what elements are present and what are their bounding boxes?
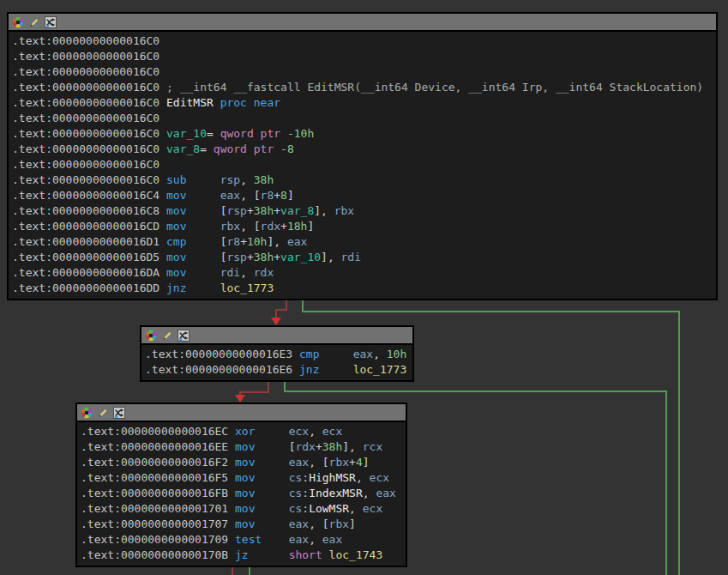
asm-token: [ <box>187 204 227 217</box>
asm-token: cs <box>289 487 303 499</box>
basic-block-16C0[interactable]: .text:00000000000016C0 .text:00000000000… <box>7 12 718 300</box>
asm-line[interactable]: .text:0000000000001709 test eax, eax <box>81 532 402 548</box>
asm-token: 38h <box>254 173 274 186</box>
block-title-bar[interactable] <box>9 14 716 32</box>
asm-token: + <box>247 204 254 217</box>
asm-line[interactable]: .text:00000000000016FB mov cs:IndexMSR, … <box>81 486 402 501</box>
asm-line[interactable]: .text:00000000000016C0 EditMSR proc near <box>12 95 713 111</box>
basic-block-16EC[interactable]: .text:00000000000016EC xor ecx, ecx.text… <box>75 402 407 567</box>
edit-icon[interactable] <box>97 407 109 419</box>
block-title-bar[interactable] <box>77 404 406 422</box>
asm-token: rbx <box>329 456 349 469</box>
edit-icon[interactable] <box>161 330 173 342</box>
asm-line[interactable]: .text:00000000000016EE mov [rdx+38h], rc… <box>81 439 402 455</box>
asm-line[interactable]: .text:00000000000016F5 mov cs:HighMSR, e… <box>81 470 402 486</box>
color-wheel-icon[interactable] <box>12 16 24 28</box>
asm-token: mov <box>235 440 255 453</box>
asm-token: + <box>274 189 280 202</box>
asm-address: .text:00000000000016E6 <box>145 363 299 376</box>
asm-token <box>274 142 280 155</box>
asm-line[interactable]: .text:00000000000016F2 mov eax, [rbx+4] <box>81 455 402 470</box>
asm-token: EditMSR <box>166 96 214 109</box>
asm-token <box>320 348 353 360</box>
asm-token: , [ <box>309 456 328 469</box>
shuffle-icon[interactable] <box>177 330 190 342</box>
asm-token: [ <box>187 251 227 263</box>
graph-view-canvas[interactable]: .text:00000000000016C0 .text:00000000000… <box>0 0 728 575</box>
asm-token: mov <box>235 502 255 515</box>
asm-token <box>256 487 289 499</box>
basic-block-16E3[interactable]: .text:00000000000016E3 cmp eax, 10h.text… <box>140 325 414 382</box>
asm-token: rdx <box>261 220 280 233</box>
asm-line[interactable]: .text:00000000000016C0 var_8= qword ptr … <box>12 142 713 157</box>
asm-token: xor <box>235 425 255 438</box>
asm-token: LowMSR <box>309 502 349 515</box>
asm-token: rdi <box>220 266 240 279</box>
asm-token: cmp <box>166 235 186 248</box>
asm-line[interactable]: .text:0000000000001707 mov eax, [rbx] <box>81 517 402 532</box>
asm-token: loc_1773 <box>353 363 407 376</box>
asm-token: 38h <box>254 204 274 217</box>
asm-token: ] <box>349 518 356 530</box>
asm-line[interactable]: .text:0000000000001701 mov cs:LowMSR, ec… <box>81 501 402 517</box>
asm-address: .text:00000000000016F5 <box>81 471 235 484</box>
asm-token: mov <box>235 487 255 499</box>
asm-line[interactable]: .text:00000000000016C0 <box>12 111 713 126</box>
asm-line[interactable]: .text:00000000000016E6 jnz loc_1773 <box>145 362 409 378</box>
asm-line[interactable]: .text:00000000000016C0 sub rsp, 38h <box>12 172 713 188</box>
asm-token: , <box>363 487 376 499</box>
asm-line[interactable]: .text:00000000000016CD mov rbx, [rdx+18h… <box>12 219 713 234</box>
asm-line[interactable]: .text:00000000000016C0 <box>12 157 713 172</box>
block-title-bar[interactable] <box>141 327 412 345</box>
edge-16C0-to-16E3-red-arrowhead <box>271 318 281 325</box>
block-body: .text:00000000000016EC xor ecx, ecx.text… <box>77 422 406 566</box>
asm-line[interactable]: .text:00000000000016C0 ; __int64 __fastc… <box>12 80 713 95</box>
asm-line[interactable]: .text:00000000000016C0 <box>12 33 713 49</box>
asm-token: ecx <box>363 502 382 515</box>
asm-token: + <box>274 251 280 263</box>
asm-line[interactable]: .text:00000000000016C4 mov eax, [r8+8] <box>12 188 713 203</box>
block-body: .text:00000000000016C0 .text:00000000000… <box>9 32 716 299</box>
shuffle-icon[interactable] <box>45 16 57 28</box>
asm-line[interactable]: .text:00000000000016C8 mov [rsp+38h+var_… <box>12 203 713 219</box>
asm-address: .text:00000000000016C0 <box>12 65 166 78</box>
asm-token: , <box>309 425 322 438</box>
asm-token: var_8 <box>280 204 314 217</box>
asm-address: .text:00000000000016C4 <box>12 189 166 202</box>
asm-token <box>256 456 289 469</box>
asm-line[interactable]: .text:00000000000016D5 mov [rsp+38h+var_… <box>12 250 713 265</box>
color-wheel-icon[interactable] <box>145 330 157 342</box>
asm-line[interactable]: .text:00000000000016C0 <box>12 49 713 64</box>
asm-address: .text:00000000000016DD <box>12 281 166 294</box>
asm-token: loc_1743 <box>329 548 383 561</box>
edit-icon[interactable] <box>28 16 40 28</box>
asm-address: .text:00000000000016C0 <box>12 158 166 171</box>
asm-token: eax <box>287 235 307 248</box>
asm-line[interactable]: .text:000000000000170B jz short loc_1743 <box>81 548 402 563</box>
asm-token: mov <box>166 220 186 233</box>
asm-token: cmp <box>299 348 319 360</box>
asm-token: rsp <box>220 173 240 186</box>
color-wheel-icon[interactable] <box>81 407 93 419</box>
asm-token: , [ <box>240 189 260 202</box>
asm-line[interactable]: .text:00000000000016DA mov rdi, rdx <box>12 265 713 281</box>
asm-line[interactable]: .text:00000000000016EC xor ecx, ecx <box>81 424 402 439</box>
asm-token <box>256 425 289 438</box>
asm-line[interactable]: .text:00000000000016D1 cmp [r8+10h], eax <box>12 234 713 250</box>
asm-line[interactable]: .text:00000000000016DD jnz loc_1773 <box>12 281 713 296</box>
shuffle-icon[interactable] <box>113 407 125 419</box>
asm-line[interactable]: .text:00000000000016E3 cmp eax, 10h <box>145 347 409 362</box>
asm-token: test <box>235 533 262 546</box>
asm-address: .text:000000000000170B <box>81 548 235 561</box>
asm-line[interactable]: .text:00000000000016C0 <box>12 64 713 80</box>
asm-token: eax <box>220 189 240 202</box>
asm-token: var_8 <box>166 142 200 155</box>
asm-token: rdi <box>341 251 361 263</box>
asm-token <box>256 518 289 530</box>
asm-token: rsp <box>226 251 246 263</box>
asm-token: r8 <box>261 189 274 202</box>
asm-token: [ <box>256 440 296 453</box>
asm-line[interactable]: .text:00000000000016C0 var_10= qword ptr… <box>12 126 713 142</box>
asm-token: qword ptr <box>214 142 274 155</box>
asm-address: .text:00000000000016D1 <box>12 235 166 248</box>
